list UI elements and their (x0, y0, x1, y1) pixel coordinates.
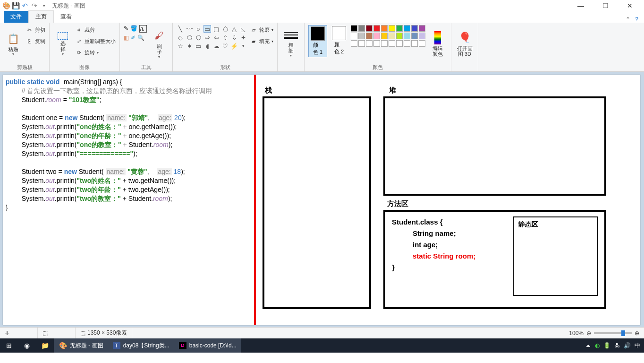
shape-star5-icon[interactable]: ☆ (177, 42, 184, 50)
shape-polygon-icon[interactable]: ⬠ (221, 25, 229, 33)
color-swatch[interactable] (351, 33, 357, 39)
color-swatch[interactable] (389, 33, 395, 39)
copy-button[interactable]: ⎘复制 (25, 36, 45, 46)
color-swatch[interactable] (411, 40, 418, 47)
color-swatch[interactable] (366, 40, 373, 47)
color-swatch[interactable] (396, 25, 403, 32)
minimize-button[interactable]: — (572, 2, 589, 9)
tray-battery-icon[interactable]: 🔋 (603, 342, 610, 349)
shape-curve-icon[interactable]: 〰 (186, 25, 193, 33)
color-swatch[interactable] (411, 25, 418, 32)
tray-security-icon[interactable]: ◐ (595, 342, 600, 349)
shape-star6-icon[interactable]: ✶ (186, 42, 193, 50)
taskbar-explorer[interactable]: 📁 (36, 338, 54, 353)
magnifier-icon[interactable]: 🔍 (137, 35, 144, 41)
shape-star4-icon[interactable]: ✦ (239, 34, 247, 41)
color-swatch[interactable] (404, 40, 410, 47)
color-swatch[interactable] (381, 33, 388, 39)
paste-button[interactable]: 📋 粘贴 ▾ (4, 25, 23, 63)
cut-button[interactable]: ✂剪切 (25, 25, 45, 35)
color-swatch[interactable] (358, 40, 365, 47)
shape-arrow-left-icon[interactable]: ⇦ (212, 34, 220, 41)
edit-colors-button[interactable]: 编辑 颜色 (428, 25, 447, 63)
canvas-scroll-area[interactable]: public static void main(String[] args) {… (0, 72, 644, 327)
tray-network-icon[interactable]: 🖧 (614, 342, 620, 349)
shape-callout-round-icon[interactable]: ◖ (203, 42, 211, 50)
help-icon[interactable]: ? (635, 16, 638, 23)
tab-home[interactable]: 主页 (28, 10, 54, 23)
fill-shape-button[interactable]: ▰填充▾ (250, 36, 273, 46)
eyedropper-icon[interactable]: ✐ (131, 35, 136, 41)
shape-hexagon-icon[interactable]: ⬡ (195, 34, 202, 41)
color-swatch[interactable] (366, 33, 373, 39)
tab-view[interactable]: 查看 (54, 11, 78, 23)
shape-triangle-icon[interactable]: △ (230, 25, 238, 33)
color-swatch[interactable] (373, 25, 380, 32)
color-swatch[interactable] (389, 25, 395, 32)
shape-oval-icon[interactable]: ○ (195, 25, 202, 33)
tray-ime[interactable]: 中 (635, 342, 640, 350)
color2-button[interactable]: 颜 色 2 (330, 25, 348, 56)
tray-show-hidden-icon[interactable]: ⏶ (585, 342, 591, 349)
minimize-ribbon-icon[interactable]: ⌃ (626, 16, 630, 23)
color-swatch[interactable] (366, 25, 373, 32)
close-button[interactable]: ✕ (621, 2, 638, 9)
shape-roundrect-icon[interactable]: ▢ (212, 25, 220, 33)
qat-dropdown-icon[interactable]: ▾ (40, 1, 48, 10)
outline-button[interactable]: ▱轮廓▾ (250, 25, 273, 35)
undo-icon[interactable]: ↶ (21, 1, 29, 10)
color-swatch[interactable] (419, 33, 425, 39)
shape-rect-icon[interactable]: ▭ (203, 25, 211, 33)
color-swatch[interactable] (381, 40, 388, 47)
color1-button[interactable]: 颜 色 1 (308, 25, 327, 57)
select-button[interactable]: 选 择 ▾ (53, 25, 72, 63)
shape-callout-cloud-icon[interactable]: ☁ (212, 42, 220, 50)
color-swatch[interactable] (351, 40, 357, 47)
shape-more-icon[interactable]: ▾ (239, 42, 247, 50)
zoom-out-button[interactable]: ⊖ (586, 330, 591, 337)
text-icon[interactable]: A (139, 25, 147, 33)
brushes-button[interactable]: 🖌 刷 子 ▾ (150, 25, 169, 63)
crop-button[interactable]: ⌗裁剪 (75, 25, 116, 35)
taskbar-idea[interactable]: IJbasic-code [D:\Id... (174, 338, 241, 353)
pencil-icon[interactable]: ✎ (124, 25, 128, 33)
resize-button[interactable]: ⤢重新调整大小 (75, 36, 116, 46)
color-swatch[interactable] (411, 33, 418, 39)
rotate-button[interactable]: ⟳旋转▾ (75, 48, 116, 57)
tray-volume-icon[interactable]: 🔊 (624, 342, 631, 349)
shape-arrow-up-icon[interactable]: ⇧ (221, 34, 229, 41)
color-swatch[interactable] (358, 33, 365, 39)
shape-diamond-icon[interactable]: ◇ (177, 34, 184, 41)
color-swatch[interactable] (419, 40, 425, 47)
taskbar-notepad[interactable]: Tday08【String类... (108, 338, 174, 353)
shape-arrow-right-icon[interactable]: ⇨ (203, 34, 211, 41)
shape-heart-icon[interactable]: ♡ (221, 42, 229, 50)
color-swatch[interactable] (396, 33, 403, 39)
color-swatch[interactable] (404, 25, 410, 32)
redo-icon[interactable]: ↷ (30, 1, 39, 10)
shape-arrow-down-icon[interactable]: ⇩ (230, 34, 238, 41)
shape-right-triangle-icon[interactable]: ◺ (239, 25, 247, 33)
paint3d-button[interactable]: 🎈 打开画 图 3D (455, 25, 474, 63)
color-swatch[interactable] (373, 40, 380, 47)
shape-pentagon-icon[interactable]: ⬠ (186, 34, 193, 41)
color-swatch[interactable] (381, 25, 388, 32)
fill-icon[interactable]: 🪣 (130, 25, 137, 33)
color-swatch[interactable] (404, 33, 410, 39)
shape-lightning-icon[interactable]: ⚡ (230, 42, 238, 50)
color-swatch[interactable] (396, 40, 403, 47)
taskbar-chrome[interactable]: ◉ (18, 338, 36, 353)
color-swatch[interactable] (389, 40, 395, 47)
save-icon[interactable]: 💾 (11, 1, 20, 10)
shape-line-icon[interactable]: ╲ (177, 25, 184, 33)
color-swatch[interactable] (373, 33, 380, 39)
color-swatch[interactable] (358, 25, 365, 32)
shapes-gallery[interactable]: ╲ 〰 ○ ▭ ▢ ⬠ △ ◺ ◇ ⬠ ⬡ ⇨ ⇦ ⇧ ⇩ ✦ (177, 25, 247, 50)
maximize-button[interactable]: ☐ (597, 2, 614, 9)
drawing-canvas[interactable]: public static void main(String[] args) {… (3, 75, 640, 325)
start-button[interactable]: ⊞ (0, 338, 18, 353)
stroke-width-button[interactable]: 粗 细 ▾ (281, 25, 300, 63)
color-swatch[interactable] (351, 25, 357, 32)
zoom-in-button[interactable]: ⊕ (635, 330, 639, 337)
zoom-slider[interactable] (594, 332, 632, 334)
